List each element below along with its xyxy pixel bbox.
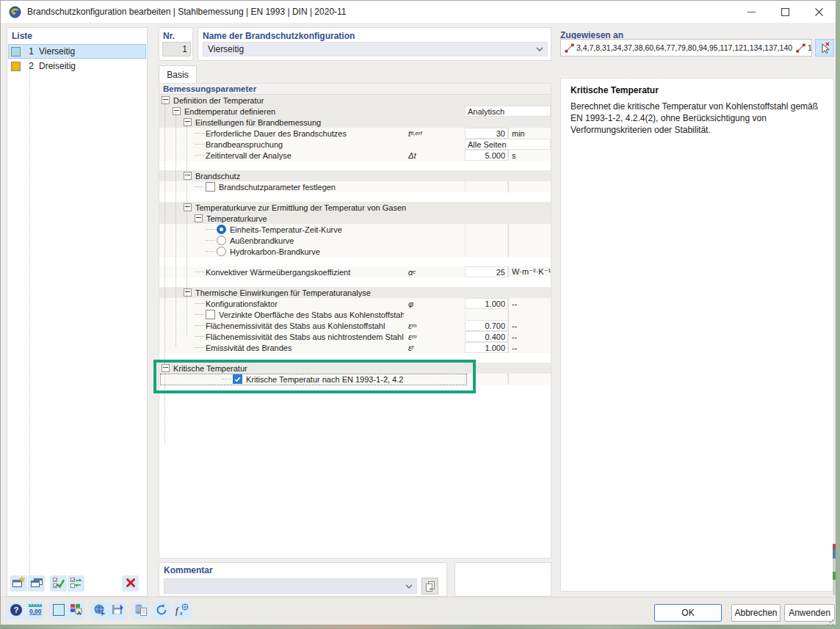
expander-icon[interactable] — [184, 118, 192, 126]
symbol-cell: tfi,erf — [404, 128, 465, 139]
unit-cell: s — [508, 150, 551, 161]
reset-button[interactable] — [152, 602, 170, 619]
expander-icon[interactable] — [184, 203, 192, 211]
sync-check-button[interactable] — [68, 575, 84, 592]
spacer-row — [159, 277, 551, 287]
comment-globe-button[interactable] — [90, 602, 109, 619]
parameter-row[interactable]: Kritische Temperatur nach EN 1993-1-2, 4… — [159, 374, 551, 385]
value-cell[interactable]: 1.000 — [465, 298, 508, 309]
copy-item-button[interactable] — [28, 575, 45, 592]
parameter-row[interactable]: Hydrokarbon-Brandkurve — [159, 246, 551, 257]
sync-check-icon — [70, 577, 82, 591]
value-cell[interactable]: 1.000 — [465, 342, 508, 353]
pointer-select-icon — [819, 42, 830, 54]
parameter-row[interactable]: Einheits-Temperatur-Zeit-Kurve — [159, 224, 551, 235]
unit-cell: -- — [508, 342, 551, 353]
unit-cell: -- — [508, 298, 551, 309]
parameter-row[interactable]: Zeitintervall der AnalyseΔt5.000s — [159, 150, 551, 161]
parameter-row[interactable]: Verzinkte Oberfläche des Stabs aus Kohle… — [159, 309, 551, 320]
maximize-button[interactable] — [768, 1, 802, 23]
checkbox[interactable] — [206, 182, 215, 192]
display-properties-button[interactable]: A — [67, 602, 85, 619]
delete-button[interactable] — [122, 575, 139, 592]
row-label: Konfigurationsfaktor — [206, 299, 278, 308]
expander-icon[interactable] — [184, 172, 192, 180]
save-settings-button[interactable] — [108, 602, 126, 619]
expander-icon[interactable] — [195, 214, 203, 222]
tab-basis[interactable]: Basis — [159, 65, 197, 84]
check-all-button[interactable] — [50, 575, 67, 592]
row-label: Temperaturkurve zur Ermittlung der Tempe… — [195, 203, 406, 212]
symbol-cell: Δt — [404, 150, 465, 161]
row-label: Brandschutzparameter festlegen — [219, 183, 336, 192]
row-label: Brandbeanspruchung — [206, 140, 283, 149]
value-cell[interactable]: 0.700 — [465, 320, 508, 331]
database-copy-button[interactable] — [131, 602, 150, 619]
comment-combobox[interactable] — [164, 578, 417, 594]
value-cell[interactable]: 0.400 — [465, 331, 508, 342]
list-header: Liste — [12, 31, 32, 41]
expander-icon[interactable] — [162, 96, 170, 104]
nr-label: Nr. — [163, 31, 175, 41]
parameter-row[interactable]: Erforderliche Dauer des Brandschutzestfi… — [159, 128, 551, 139]
parameter-row[interactable]: Außenbrandkurve — [159, 235, 551, 246]
row-label: Thermische Einwirkungen für Temperaturan… — [195, 288, 371, 297]
close-button[interactable] — [802, 1, 836, 23]
formula-button[interactable]: fx — [173, 602, 191, 619]
parameter-row[interactable]: Thermische Einwirkungen für Temperaturan… — [159, 287, 551, 298]
list-item[interactable]: 2Dreiseitig — [8, 59, 146, 73]
radio-button[interactable] — [217, 225, 226, 234]
value-cell[interactable]: 25 — [465, 266, 508, 277]
name-combobox[interactable]: Vierseitig — [203, 42, 548, 57]
radio-button[interactable] — [217, 236, 226, 245]
value-cell[interactable]: 30 — [465, 128, 508, 139]
parameter-row[interactable]: BrandbeanspruchungAlle Seiten — [159, 139, 551, 150]
parameter-row[interactable]: Konvektiver Wärmeübergangskoeffizientαc2… — [159, 266, 551, 277]
parameter-row[interactable]: Flächenemissivität des Stabs aus Kohlens… — [159, 320, 551, 331]
expander-icon[interactable] — [184, 288, 192, 297]
help-button[interactable]: ? — [7, 602, 25, 619]
expander-icon[interactable] — [173, 107, 181, 115]
members-icon — [565, 43, 574, 53]
color-swatch-button[interactable] — [49, 602, 68, 619]
row-label: Konvektiver Wärmeübergangskoeffizient — [206, 268, 350, 277]
select-objects-button[interactable] — [815, 39, 834, 57]
checkbox[interactable] — [233, 374, 242, 384]
parameter-row[interactable]: Definition der Temperatur — [159, 95, 551, 106]
row-label-cell: Brandschutzparameter festlegen — [159, 181, 404, 192]
symbol-cell — [490, 363, 551, 374]
symbol-cell: εm — [404, 320, 465, 331]
cancel-button[interactable]: Abbrechen — [731, 604, 781, 622]
parameter-row[interactable]: Kritische Temperatur — [159, 363, 551, 374]
list-item[interactable]: 1Vierseitig — [8, 44, 146, 59]
new-item-button[interactable] — [10, 575, 27, 592]
row-label-cell: Konvektiver Wärmeübergangskoeffizient — [159, 266, 404, 277]
ok-button[interactable]: OK — [654, 604, 722, 622]
parameter-row[interactable]: Endtemperatur definierenAnalytisch — [159, 106, 551, 117]
expander-icon[interactable] — [162, 364, 170, 372]
row-label: Flächenemissivität des Stabs aus Kohlens… — [206, 321, 385, 330]
parameter-row[interactable]: Temperaturkurve zur Ermittlung der Tempe… — [159, 202, 551, 213]
resize-grip[interactable] — [827, 616, 834, 623]
radio-button[interactable] — [217, 247, 226, 256]
copy-comment-button[interactable] — [421, 578, 438, 595]
parameter-row[interactable]: Brandschutz — [159, 170, 551, 181]
value-cell[interactable]: Analytisch — [465, 106, 551, 117]
value-cell[interactable]: 5.000 — [465, 150, 508, 161]
symbol-cell — [490, 213, 551, 224]
parameter-row[interactable]: Emissivität des Brandesεf1.000-- — [159, 342, 551, 353]
name-panel: Name der Brandschutzkonfiguration Vierse… — [198, 27, 551, 61]
spacer-row — [159, 161, 551, 170]
checkbox[interactable] — [206, 310, 215, 319]
parameter-row[interactable]: Einstellungen für Brandbemessung — [159, 117, 551, 128]
minimize-button[interactable] — [734, 1, 768, 23]
units-button[interactable]: 0,00 — [26, 602, 44, 619]
check-all-icon — [52, 577, 65, 591]
parameter-row[interactable]: Flächenemissivität des Stabs aus nichtro… — [159, 331, 551, 342]
value-cell[interactable]: Alle Seiten — [465, 139, 551, 150]
parameter-row[interactable]: Brandschutzparameter festlegen — [159, 181, 551, 192]
parameter-row[interactable]: Temperaturkurve — [159, 213, 551, 224]
assigned-objects-field[interactable]: 3,4,7,8,31,34,37,38,60,64,77,79,80,94,95… — [560, 39, 812, 57]
parameter-row[interactable]: Konfigurationsfaktorφ1.000-- — [159, 298, 551, 309]
titlebar: Brandschutzkonfiguration bearbeiten | St… — [1, 1, 836, 23]
